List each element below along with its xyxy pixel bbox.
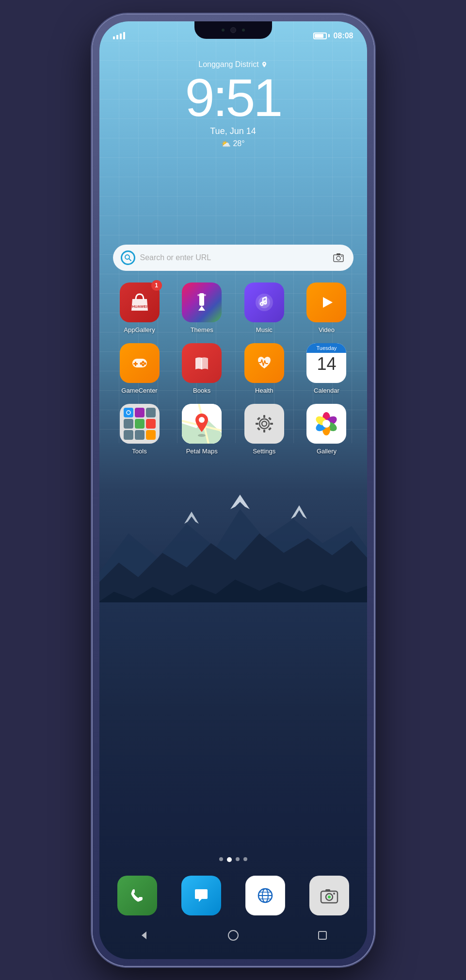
dock-phone-icon (117, 876, 157, 915)
page-dot-3[interactable] (236, 857, 240, 861)
svg-marker-20 (323, 297, 333, 308)
video-svg (315, 291, 337, 314)
weather-icon: ⛅ (221, 139, 231, 149)
browser-svg (254, 884, 276, 907)
app-health[interactable]: Health (238, 343, 291, 394)
wallpaper (99, 21, 367, 959)
app-appgallery[interactable]: HUAWEI 1 AppGallery (113, 282, 166, 333)
svg-rect-63 (319, 931, 326, 939)
svg-rect-40 (257, 416, 260, 420)
calendar-day-number: 14 (317, 354, 336, 374)
gamecenter-label: GameCenter (121, 387, 157, 394)
gallery-label: Gallery (317, 448, 337, 455)
calendar-label: Calendar (314, 387, 339, 394)
svg-point-33 (198, 434, 206, 437)
tools-cell-6 (146, 419, 156, 429)
dock (113, 876, 354, 915)
page-dot-2[interactable] (227, 857, 232, 862)
app-row-3: Tools (113, 404, 354, 455)
camera-search-button[interactable] (331, 250, 346, 265)
app-tools[interactable]: Tools (113, 404, 166, 455)
gallery-svg (312, 409, 341, 438)
page-dot-1[interactable] (219, 857, 223, 861)
settings-label: Settings (253, 448, 275, 455)
nav-home-button[interactable] (221, 923, 245, 947)
app-calendar[interactable]: Tuesday 14 Calendar (300, 343, 353, 394)
signal-bar-3 (120, 33, 122, 39)
health-svg (253, 352, 275, 374)
dock-browser[interactable] (241, 876, 289, 915)
nav-back-button[interactable] (132, 923, 156, 947)
settings-icon (244, 404, 284, 444)
location-icon (261, 61, 268, 68)
svg-point-50 (322, 420, 330, 428)
dock-camera[interactable] (305, 876, 354, 915)
notch-camera (230, 27, 236, 33)
themes-label: Themes (191, 326, 213, 333)
svg-marker-1 (230, 495, 250, 509)
clock-area: Longgang District 9:51 Tue, Jun 14 ⛅ 28° (99, 60, 367, 149)
signal-bar-4 (123, 32, 125, 39)
nav-recent-button[interactable] (310, 923, 335, 947)
recent-icon (317, 930, 328, 941)
svg-marker-61 (142, 931, 146, 939)
calendar-icon: Tuesday 14 (306, 343, 346, 383)
dock-phone[interactable] (113, 876, 161, 915)
dock-messages[interactable] (177, 876, 225, 915)
video-icon (306, 282, 346, 322)
svg-point-34 (199, 417, 205, 423)
svg-rect-23 (133, 363, 138, 365)
svg-rect-10 (337, 253, 340, 255)
location-label: Longgang District (99, 60, 367, 69)
page-dot-4[interactable] (243, 857, 247, 861)
app-row-2: GameCenter Books (113, 343, 354, 394)
status-time: 08:08 (334, 32, 354, 40)
svg-point-24 (142, 361, 144, 363)
app-gallery[interactable]: Gallery (300, 404, 353, 455)
weather-temp: 28° (233, 139, 244, 148)
app-petalmaps[interactable]: Petal Maps (175, 404, 228, 455)
app-gamecenter[interactable]: GameCenter (113, 343, 166, 394)
tools-cell-7 (124, 430, 133, 440)
dock-camera-svg (318, 884, 340, 907)
search-placeholder: Search or enter URL (140, 253, 326, 262)
svg-rect-37 (263, 430, 265, 432)
phone-screen: 08:08 Longgang District 9:51 Tue, Jun 14… (99, 21, 367, 959)
appgallery-badge: 1 (151, 280, 162, 291)
signal-icon (113, 32, 125, 39)
themes-icon (182, 282, 222, 322)
petalmaps-label: Petal Maps (186, 448, 218, 455)
battery-tip (328, 34, 330, 37)
books-svg (191, 352, 213, 374)
svg-marker-3 (291, 505, 307, 519)
tools-cell-8 (135, 430, 145, 440)
battery-icon (313, 33, 330, 39)
messages-svg (190, 884, 212, 907)
svg-point-27 (140, 362, 142, 365)
themes-svg (191, 291, 213, 314)
weather-info: ⛅ 28° (99, 139, 367, 149)
music-icon (244, 282, 284, 322)
app-row-1: HUAWEI 1 AppGallery (113, 282, 354, 333)
music-svg (253, 291, 275, 314)
app-grid: HUAWEI 1 AppGallery (113, 282, 354, 465)
battery-fill (315, 34, 324, 38)
svg-rect-15 (197, 294, 206, 296)
music-label: Music (256, 326, 273, 333)
svg-rect-38 (256, 423, 258, 425)
svg-point-11 (341, 255, 342, 256)
signal-bar-2 (116, 35, 118, 39)
search-bar[interactable]: Search or enter URL (113, 245, 354, 271)
svg-point-58 (328, 896, 331, 898)
app-music[interactable]: Music (238, 282, 291, 333)
svg-marker-2 (184, 512, 199, 524)
app-books[interactable]: Books (175, 343, 228, 394)
svg-marker-14 (198, 306, 205, 311)
svg-line-7 (129, 258, 130, 260)
tools-label: Tools (132, 448, 146, 455)
app-themes[interactable]: Themes (175, 282, 228, 333)
tools-cell-2 (135, 408, 145, 417)
app-video[interactable]: Video (300, 282, 353, 333)
app-settings[interactable]: Settings (238, 404, 291, 455)
tools-cell-5 (135, 419, 145, 429)
